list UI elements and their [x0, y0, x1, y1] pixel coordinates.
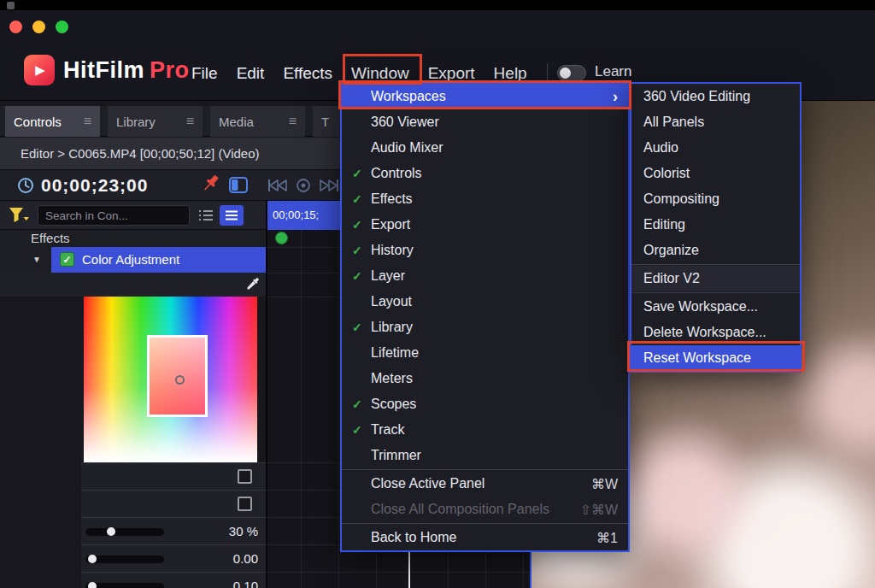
window-menu-footer: Close Active Panel⌘WClose All Compositio…	[342, 471, 628, 550]
menubar-item-help[interactable]: Help	[494, 64, 527, 83]
desktop-menubar-strip	[0, 0, 875, 10]
menu-item-label: Track	[371, 422, 618, 438]
menu-item-label: Editing	[643, 217, 790, 232]
property-value[interactable]: 30 %	[229, 524, 258, 538]
tab-menu-icon[interactable]: ≡	[84, 114, 91, 129]
close-window-button[interactable]	[9, 21, 22, 33]
effects-group-label: Effects	[31, 231, 70, 245]
minimize-window-button[interactable]	[32, 21, 45, 33]
property-row-1	[81, 462, 266, 490]
menu-item-audio-mixer[interactable]: Audio Mixer	[342, 135, 628, 161]
menu-item-controls[interactable]: ✓Controls	[342, 161, 628, 186]
menu-item-trimmer[interactable]: Trimmer	[342, 443, 628, 468]
slider-handle[interactable]	[107, 527, 115, 536]
menu-item-close-all-composition-panels: Close All Composition Panels⇧⌘W	[342, 497, 628, 522]
checkmark-icon: ✓	[352, 397, 371, 411]
menu-item-export[interactable]: ✓Export	[342, 212, 628, 238]
clock-icon[interactable]	[17, 177, 34, 197]
detail-view-button[interactable]	[195, 205, 216, 226]
menubar-item-export[interactable]: Export	[428, 64, 475, 83]
menu-item-close-active-panel[interactable]: Close Active Panel⌘W	[342, 471, 628, 497]
color-adjustment-selected-bar[interactable]: ✓ Color Adjustment	[51, 247, 266, 273]
menu-item-label: Reset Workspace	[643, 350, 790, 366]
menu-item-organize[interactable]: Organize	[631, 238, 800, 263]
menu-item-label: Trimmer	[371, 448, 618, 463]
menu-item-label: Editor V2	[643, 271, 790, 286]
breadcrumb-text: Editor > C0065.MP4 [00;00;50;12] (Video)	[21, 146, 260, 161]
slider-track[interactable]	[85, 556, 164, 563]
menu-item-reset-workspace[interactable]: Reset Workspace	[631, 345, 800, 371]
add-keyframe-button[interactable]	[296, 178, 311, 197]
tab-menu-icon[interactable]: ≡	[289, 114, 297, 129]
menu-item-360-viewer[interactable]: 360 Viewer	[342, 109, 628, 135]
tab-controls[interactable]: Controls≡	[5, 106, 100, 137]
list-view-button[interactable]	[220, 205, 244, 226]
menu-item-history[interactable]: ✓History	[342, 238, 628, 263]
menu-item-effects[interactable]: ✓Effects	[342, 186, 628, 212]
menu-item-label: Compositing	[643, 191, 790, 207]
property-row-2	[81, 490, 266, 517]
next-keyframe-button[interactable]	[318, 178, 340, 197]
workspaces-submenu: 360 Video EditingAll PanelsAudioColorist…	[630, 82, 802, 373]
menu-item-delete-workspace[interactable]: Delete Workspace...	[631, 320, 800, 345]
learn-toggle[interactable]	[557, 65, 586, 81]
color-swatch-selection[interactable]	[147, 335, 208, 417]
menu-item-compositing[interactable]: Compositing	[631, 186, 800, 212]
menubar-item-edit[interactable]: Edit	[237, 64, 265, 83]
menubar-item-effects[interactable]: Effects	[283, 64, 332, 83]
menu-item-layer[interactable]: ✓Layer	[342, 263, 628, 289]
color-cursor-icon[interactable]	[175, 375, 185, 385]
eyedropper-icon[interactable]	[243, 275, 261, 297]
brand-text: HitFilm	[63, 57, 144, 83]
slider-handle[interactable]	[88, 555, 97, 563]
menu-item-lifetime[interactable]: Lifetime	[342, 340, 628, 366]
property-row-3: 30 %	[81, 517, 266, 544]
menu-item-label: 360 Video Editing	[643, 89, 790, 104]
menu-item-layout[interactable]: Layout	[342, 289, 628, 315]
menu-item-label: Organize	[643, 243, 790, 258]
effects-group-row[interactable]: Effects	[0, 230, 266, 247]
filter-funnel-icon[interactable]	[9, 206, 31, 228]
checkmark-icon: ✓	[352, 423, 371, 437]
menu-item-library[interactable]: ✓Library	[342, 315, 628, 340]
menu-item-label: Meters	[371, 371, 618, 386]
menu-item-track[interactable]: ✓Track	[342, 417, 628, 443]
menu-separator	[631, 264, 800, 265]
tab-menu-icon[interactable]: ≡	[186, 114, 194, 129]
menubar-item-file[interactable]: File	[191, 64, 218, 83]
current-timecode[interactable]: 00;00;23;00	[41, 175, 148, 196]
previous-keyframe-button[interactable]	[267, 178, 289, 197]
slider-track[interactable]	[85, 583, 164, 588]
menu-item-label: Close Active Panel	[371, 476, 581, 491]
property-checkbox[interactable]	[238, 469, 252, 484]
property-value[interactable]: 0.10	[233, 579, 258, 588]
pin-icon[interactable]	[202, 173, 220, 199]
menu-item-360-video-editing[interactable]: 360 Video Editing	[631, 84, 800, 109]
menu-item-editing[interactable]: Editing	[631, 212, 800, 238]
menu-item-meters[interactable]: Meters	[342, 366, 628, 391]
menu-item-back-to-home[interactable]: Back to Home⌘1	[342, 525, 628, 550]
menu-item-save-workspace[interactable]: Save Workspace...	[631, 294, 800, 320]
effect-enabled-checkbox[interactable]: ✓	[60, 252, 74, 267]
slider-track[interactable]	[85, 528, 164, 536]
menu-item-scopes[interactable]: ✓Scopes	[342, 391, 628, 417]
tab-media[interactable]: Media≡	[210, 106, 305, 137]
menu-item-colorist[interactable]: Colorist	[631, 161, 800, 186]
menu-item-label: Delete Workspace...	[643, 325, 790, 340]
collapse-triangle-icon[interactable]: ▼	[32, 255, 41, 264]
property-value[interactable]: 0.00	[233, 551, 258, 566]
menu-item-editor-v2[interactable]: Editor V2	[631, 266, 800, 291]
menubar-item-window[interactable]: Window	[351, 64, 409, 83]
slider-handle[interactable]	[88, 582, 97, 588]
search-input[interactable]	[38, 205, 190, 226]
keyframe-enable-icon[interactable]	[275, 232, 288, 244]
split-view-icon[interactable]	[229, 177, 248, 197]
tab-library[interactable]: Library≡	[108, 106, 203, 137]
menu-item-audio[interactable]: Audio	[631, 135, 800, 161]
menu-item-all-panels[interactable]: All Panels	[631, 109, 800, 135]
timeline-gridline	[301, 230, 302, 588]
property-checkbox[interactable]	[238, 497, 252, 511]
zoom-window-button[interactable]	[56, 21, 68, 33]
menu-item-workspaces[interactable]: Workspaces›	[342, 84, 628, 109]
color-adjustment-label: Color Adjustment	[82, 252, 179, 267]
